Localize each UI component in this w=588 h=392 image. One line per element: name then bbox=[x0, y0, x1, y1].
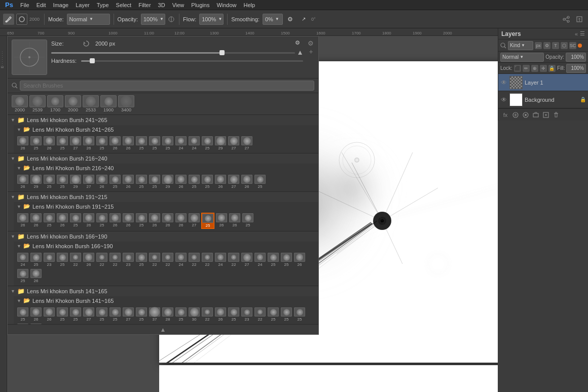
settings-icon[interactable]: ⚙ bbox=[285, 14, 296, 25]
brush-item[interactable]: 27 bbox=[241, 252, 253, 267]
layer-add-icon[interactable] bbox=[542, 111, 550, 119]
preset-item[interactable]: 2539 bbox=[29, 95, 46, 112]
brush-item[interactable]: 26 bbox=[56, 213, 68, 229]
group-header-2[interactable]: ▼ 📁 Lens Mri khokon Bursh 216~240 bbox=[8, 153, 318, 164]
menu-layer[interactable]: Layer bbox=[72, 1, 93, 9]
brush-item[interactable]: 27 bbox=[241, 136, 253, 151]
brush-item[interactable]: 25 bbox=[254, 174, 266, 189]
brush-item[interactable]: 26 bbox=[293, 252, 306, 267]
brush-item[interactable]: 25 bbox=[43, 213, 55, 229]
brush-item[interactable]: 22 bbox=[201, 252, 213, 267]
brush-item[interactable]: 26 bbox=[83, 252, 95, 267]
brush-item[interactable]: 25 bbox=[162, 136, 174, 151]
brush-item[interactable]: 26 bbox=[241, 174, 253, 189]
brush-item[interactable]: 29 bbox=[30, 174, 42, 189]
brush-item[interactable]: 25 bbox=[267, 252, 279, 267]
brush-item[interactable]: 26 bbox=[175, 174, 187, 189]
menu-view[interactable]: View bbox=[169, 1, 188, 9]
brush-item[interactable]: 25 bbox=[56, 174, 68, 189]
filter-shape-icon[interactable]: ⬡ bbox=[561, 42, 568, 49]
brush-item[interactable]: 25 bbox=[149, 174, 161, 189]
brush-item[interactable]: 26 bbox=[175, 213, 187, 229]
subgroup-header-5-1[interactable]: ▼ 📂 Lens Mri Khokon Bursh 141~165 bbox=[14, 296, 318, 305]
size-slider-thumb[interactable] bbox=[219, 50, 225, 55]
brush-item[interactable]: 25 bbox=[201, 136, 213, 151]
brush-item[interactable]: 24 bbox=[188, 136, 200, 151]
angle-icon[interactable]: ↗ bbox=[298, 14, 309, 25]
layer-adjustment-icon[interactable] bbox=[511, 111, 520, 119]
brush-item[interactable]: 25 bbox=[280, 252, 292, 267]
flow-dropdown[interactable]: 100% ▼ bbox=[199, 14, 224, 25]
brush-item[interactable]: 25 bbox=[149, 136, 161, 151]
brush-item[interactable]: 22 bbox=[228, 252, 240, 267]
hardness-slider[interactable] bbox=[81, 60, 303, 62]
brush-item[interactable]: 26 bbox=[109, 213, 121, 229]
brush-item[interactable]: 26 bbox=[30, 268, 42, 284]
brush-item[interactable]: 27 bbox=[69, 136, 82, 151]
filter-adj-icon[interactable]: ⚙ bbox=[543, 42, 550, 49]
menu-file[interactable]: File bbox=[17, 1, 32, 9]
brush-item[interactable]: 26 bbox=[122, 174, 134, 189]
brush-item[interactable]: 23 bbox=[122, 252, 134, 267]
brush-item[interactable]: 25 bbox=[228, 307, 240, 322]
hardness-slider-thumb[interactable] bbox=[90, 58, 95, 63]
brush-item[interactable]: 25 bbox=[135, 213, 148, 229]
app-icon[interactable]: Ps bbox=[2, 0, 16, 10]
menu-select[interactable]: Select bbox=[113, 1, 135, 9]
lock-artboard-icon[interactable]: ⊕ bbox=[531, 65, 538, 72]
brush-item[interactable]: 25 bbox=[69, 307, 82, 322]
brush-item[interactable]: 26 bbox=[30, 307, 42, 322]
preset-item[interactable]: 3400 bbox=[118, 95, 134, 112]
brush-item[interactable]: 30 bbox=[188, 307, 200, 322]
brush-search-input[interactable] bbox=[20, 81, 314, 91]
brush-item[interactable]: 27 bbox=[228, 174, 240, 189]
brush-item[interactable]: 26 bbox=[83, 136, 95, 151]
brush-item[interactable]: 22 bbox=[96, 252, 108, 267]
subgroup-header-2-1[interactable]: ▼ 📂 Lens Mri Khokon Bursh 216~240 bbox=[14, 164, 318, 172]
brush-item[interactable]: 22 bbox=[201, 307, 213, 322]
subgroup-header-1-1[interactable]: ▼ 📂 Lens Mri Khokon Bursh 241~265 bbox=[14, 125, 318, 134]
share-icon[interactable] bbox=[561, 14, 572, 25]
brush-item[interactable]: 29 bbox=[162, 174, 174, 189]
brush-item[interactable]: 23 bbox=[241, 307, 253, 322]
brush-item[interactable]: 25 bbox=[135, 136, 148, 151]
brush-panel-collapse-btn[interactable]: ▲ bbox=[160, 326, 166, 333]
brush-item[interactable]: 25 bbox=[135, 252, 148, 267]
brush-item[interactable]: 29 bbox=[69, 174, 82, 189]
menu-edit[interactable]: Edit bbox=[33, 1, 49, 9]
brush-item[interactable]: 28 bbox=[162, 307, 174, 322]
brush-item[interactable]: 22 bbox=[188, 252, 200, 267]
preset-item[interactable]: 1900 bbox=[100, 95, 117, 112]
layer-delete-icon[interactable] bbox=[552, 111, 560, 119]
smoothing-dropdown[interactable]: 0% ▼ bbox=[263, 14, 283, 25]
brush-item[interactable]: 27 bbox=[122, 307, 134, 322]
subgroup-header-4-1[interactable]: ▼ 📂 Lens Mri khokon Bursh 166~190 bbox=[14, 242, 318, 250]
brush-item[interactable]: 26 bbox=[215, 213, 228, 229]
menu-plugins[interactable]: Plugins bbox=[188, 1, 212, 9]
filter-px-icon[interactable]: px bbox=[535, 42, 542, 49]
layer-mask-icon[interactable] bbox=[522, 111, 530, 119]
brush-item[interactable]: 26 bbox=[30, 213, 42, 229]
brush-item[interactable]: 25 bbox=[109, 174, 121, 189]
layer-fx-icon[interactable]: fx bbox=[501, 111, 509, 119]
brush-item[interactable]: 25 bbox=[17, 268, 29, 284]
menu-help[interactable]: Help bbox=[241, 1, 259, 9]
menu-filter[interactable]: Filter bbox=[135, 1, 154, 9]
brush-item[interactable]: 26 bbox=[214, 174, 227, 189]
mode-dropdown[interactable]: Normal ▼ bbox=[67, 14, 110, 25]
brush-item[interactable]: 25 bbox=[188, 174, 200, 189]
brush-item[interactable]: 25 bbox=[201, 174, 213, 189]
filter-smart-icon[interactable]: SC bbox=[569, 42, 576, 49]
layer-group-icon[interactable] bbox=[532, 111, 540, 119]
brush-item[interactable]: 25 bbox=[293, 307, 306, 322]
brush-item[interactable]: 24 bbox=[254, 252, 266, 267]
brush-size-icon[interactable] bbox=[16, 14, 27, 25]
layers-menu-icon[interactable]: ☰ bbox=[580, 30, 585, 37]
brush-tool-icon[interactable] bbox=[3, 14, 14, 25]
brush-item[interactable]: 25 bbox=[43, 174, 55, 189]
size-reset-icon[interactable] bbox=[82, 40, 90, 48]
group-header-3[interactable]: ▼ 📁 Lens Mri khokon Bursh 191~215 bbox=[8, 192, 318, 202]
brush-item[interactable]: 25 bbox=[135, 174, 148, 189]
brush-item[interactable]: 24 bbox=[17, 252, 29, 267]
brush-item[interactable]: 25 bbox=[96, 136, 108, 151]
